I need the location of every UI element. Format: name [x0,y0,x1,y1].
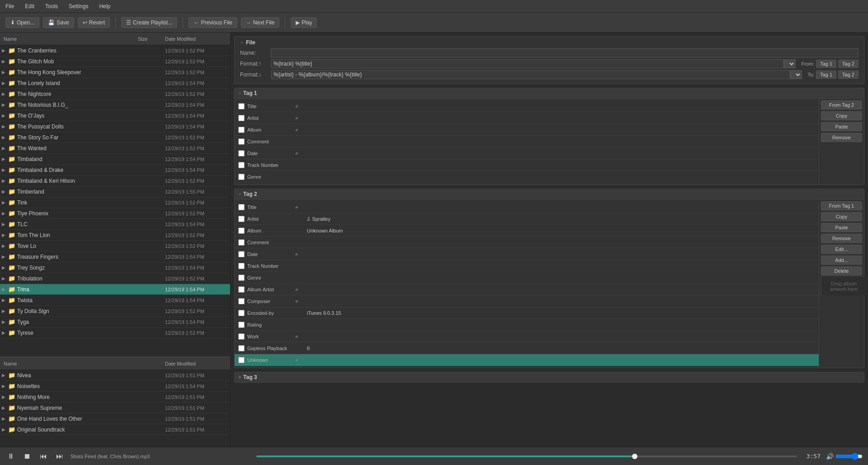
tag2-delete-btn[interactable]: Delete [821,266,862,275]
list-item[interactable]: ▶ 📁 Tink 12/29/19 1:52 PM [0,197,230,208]
list-item[interactable]: ▶ 📁 Nothing More 12/29/19 1:51 PM [0,392,230,403]
from-tag1-btn[interactable]: Tag 1 [816,60,836,68]
list-item[interactable]: ▶ 📁 The Wanted 12/29/19 1:52 PM [0,143,230,154]
tag2-paste-btn[interactable]: Paste [821,223,862,232]
next-button[interactable]: ⏭ [54,451,65,461]
tag1-from-tag2-btn[interactable]: From Tag 2 [821,100,862,109]
menu-edit[interactable]: Edit [23,2,36,10]
prev-file-button[interactable]: ← Previous File [189,17,237,28]
list-item[interactable]: ▶ 📁 Trey Songz 12/29/19 1:54 PM [0,262,230,273]
list-item[interactable]: ▶ 📁 The O'Jays 12/29/19 1:54 PM [0,110,230,121]
tag1-remove-btn[interactable]: Remove [821,133,862,142]
list-item[interactable]: ▶ 📁 The Story So Far 12/29/19 1:52 PM [0,132,230,143]
tag-field-checkbox[interactable] [238,357,245,363]
play-button[interactable]: ▶ Play [291,17,317,28]
list-item[interactable]: ▶ 📁 Timberland 12/29/19 1:55 PM [0,186,230,197]
pause-button[interactable]: ⏸ [5,451,16,461]
menu-help[interactable]: Help [97,2,112,10]
list-item[interactable]: ▶ 📁 Treasure Fingers 12/29/19 1:54 PM [0,251,230,262]
tag-field-checkbox[interactable] [238,286,245,293]
tag1-paste-btn[interactable]: Paste [821,122,862,131]
tag-field-checkbox[interactable] [238,228,245,234]
list-item[interactable]: ▶ 📁 Nivea 12/29/19 1:51 PM [0,370,230,381]
tag3-header[interactable]: + Tag 3 [234,372,864,383]
menu-tools[interactable]: Tools [43,2,60,10]
save-button[interactable]: 💾 Save [43,17,74,28]
stop-button[interactable]: ⏹ [22,451,33,461]
list-item[interactable]: ▶ 📁 Timbaland 12/29/19 1:54 PM [0,154,230,165]
list-item[interactable]: ▶ 📁 Trina 12/29/19 1:54 PM [0,284,230,295]
next-file-button[interactable]: → Next File [241,17,279,28]
tag-field-checkbox[interactable] [238,138,245,145]
list-item[interactable]: ▶ 📁 Noisettes 12/29/19 1:54 PM [0,381,230,392]
tag-field-checkbox[interactable] [238,322,245,328]
format-input-1[interactable] [271,59,784,68]
volume-slider[interactable] [835,453,863,460]
tag2-edit-btn[interactable]: Edit... [821,245,862,254]
tag-field-checkbox[interactable] [238,103,245,109]
tag-field-checkbox[interactable] [238,204,245,210]
tag-field-checkbox[interactable] [238,275,245,281]
format-input-2[interactable] [271,70,790,79]
list-item[interactable]: ▶ 📁 Nyemiah Supreme 12/29/19 1:51 PM [0,403,230,413]
player-progress[interactable] [256,456,797,457]
list-item[interactable]: ▶ 📁 The Glitch Mob 12/29/19 1:52 PM [0,56,230,67]
menu-settings[interactable]: Settings [67,2,90,10]
open-button[interactable]: ⬇ Open... [5,17,39,28]
tag2-header[interactable]: − Tag 2 [235,189,864,199]
list-item[interactable]: ▶ 📁 Tove Lo 12/29/19 1:52 PM [0,241,230,251]
tag-field-checkbox[interactable] [238,115,245,121]
list-item[interactable]: ▶ 📁 Timbaland & Drake 12/29/19 1:54 PM [0,165,230,176]
list-item[interactable]: ▶ 📁 Original Soundtrack 12/29/19 1:51 PM [0,424,230,435]
tag-field-checkbox[interactable] [238,251,245,257]
tag-field-checkbox[interactable] [238,127,245,133]
tag-field-checkbox[interactable] [238,174,245,180]
name-input[interactable] [271,48,859,57]
tag-field-checkbox[interactable] [238,345,245,351]
tag-field-checkbox[interactable] [238,310,245,316]
list-item[interactable]: ▶ 📁 The Notorious B.I.G_ 12/29/19 1:54 P… [0,100,230,110]
list-item[interactable]: ▶ 📁 One Hand Loves the Other 12/29/19 1:… [0,413,230,424]
format-dropdown-2[interactable] [790,70,802,79]
list-item[interactable]: ▶ 📁 The Hong Kong Sleepover 12/29/19 1:5… [0,67,230,78]
list-item[interactable]: ▶ 📁 Twista 12/29/19 1:54 PM [0,295,230,306]
list-item[interactable]: ▶ 📁 TLC 12/29/19 1:54 PM [0,219,230,230]
tag1-header[interactable]: − Tag 1 [235,88,864,99]
list-item[interactable]: ▶ 📁 Tribulation 12/29/19 1:52 PM [0,273,230,284]
file-list-bottom[interactable]: Name Date Modified ▶ 📁 Nivea 12/29/19 1:… [0,356,230,447]
list-item[interactable]: ▶ 📁 Timbaland & Keri Hilson 12/29/19 1:5… [0,176,230,186]
list-item[interactable]: ▶ 📁 Ty Dolla Sign 12/29/19 1:52 PM [0,306,230,317]
list-item[interactable]: ▶ 📁 The Pussycat Dolls 12/29/19 1:54 PM [0,121,230,132]
tag1-copy-btn[interactable]: Copy [821,111,862,120]
tag-field-checkbox[interactable] [238,216,245,222]
tag2-add-btn[interactable]: Add... [821,256,862,265]
item-date: 12/29/19 1:52 PM [165,91,228,97]
tag-field-checkbox[interactable] [238,239,245,246]
create-playlist-button[interactable]: ☰ Create Playlist... [121,17,177,28]
tag-field-row: Encoded-by iTunes 9.0.3.15 [235,307,819,319]
from-tag2-btn[interactable]: Tag 2 [838,60,859,68]
list-item[interactable]: ▶ 📁 The Lonely Island 12/29/19 1:54 PM [0,78,230,89]
list-item[interactable]: ▶ 📁 The Cranberries 12/29/19 1:52 PM [0,45,230,56]
format-dropdown-1[interactable] [784,59,796,68]
list-item[interactable]: ▶ 📁 Tyga 12/29/19 1:54 PM [0,317,230,327]
revert-button[interactable]: ↩ Revert [78,17,110,28]
menu-file[interactable]: File [4,2,16,10]
to-tag1-btn[interactable]: Tag 1 [816,71,836,79]
to-tag2-btn[interactable]: Tag 2 [838,71,859,79]
prev-button[interactable]: ⏮ [38,451,49,461]
list-item[interactable]: ▶ 📁 Tyrese 12/29/19 1:52 PM [0,327,230,338]
file-section-collapse[interactable]: − [240,39,243,46]
tag-field-checkbox[interactable] [238,298,245,304]
tag-field-checkbox[interactable] [238,333,245,340]
tag-field-checkbox[interactable] [238,150,245,157]
tag2-from-tag1-btn[interactable]: From Tag 1 [821,201,862,210]
list-item[interactable]: ▶ 📁 The Nightcore 12/29/19 1:52 PM [0,89,230,100]
tag-field-checkbox[interactable] [238,263,245,269]
tag2-remove-btn[interactable]: Remove [821,234,862,243]
list-item[interactable]: ▶ 📁 Tom The Lion 12/29/19 1:52 PM [0,230,230,241]
list-item[interactable]: ▶ 📁 Tiye Phoenix 12/29/19 1:52 PM [0,208,230,219]
file-list-top[interactable]: Name Size Date Modified ▶ 📁 The Cranberr… [0,33,230,356]
tag-field-checkbox[interactable] [238,162,245,168]
tag2-copy-btn[interactable]: Copy [821,212,862,221]
